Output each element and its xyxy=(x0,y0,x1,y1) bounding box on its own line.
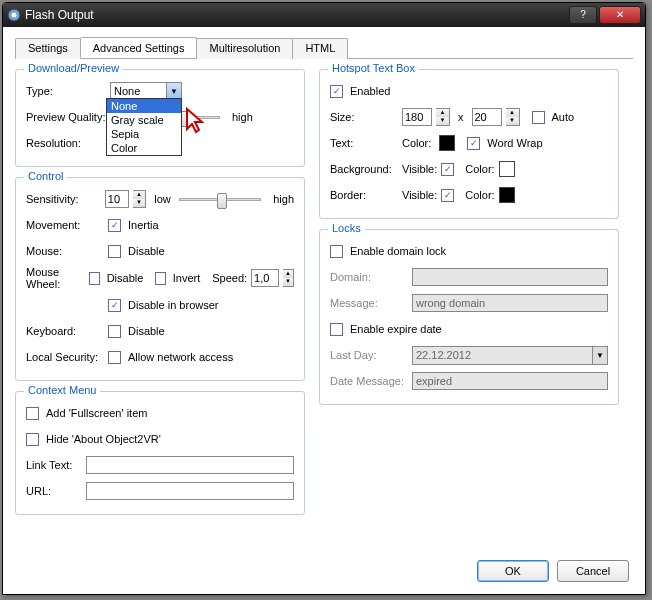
type-option-sepia[interactable]: Sepia xyxy=(107,127,181,141)
bg-visible-checkbox[interactable]: ✓ xyxy=(441,163,454,176)
wordwrap-label: Word Wrap xyxy=(487,137,542,149)
message-input xyxy=(412,294,608,312)
allow-network-checkbox[interactable] xyxy=(108,351,121,364)
type-option-color[interactable]: Color xyxy=(107,141,181,155)
group-locks: Locks Enable domain lock Domain: Message… xyxy=(319,229,619,405)
enable-domain-checkbox[interactable] xyxy=(330,245,343,258)
wheel-speed-label: Speed: xyxy=(212,272,247,284)
cancel-button[interactable]: Cancel xyxy=(557,560,629,582)
sensitivity-slider[interactable] xyxy=(179,191,261,207)
inertia-checkbox[interactable]: ✓ xyxy=(108,219,121,232)
dialog-body: Settings Advanced Settings Multiresoluti… xyxy=(3,27,645,594)
app-icon xyxy=(7,8,21,22)
message-label: Message: xyxy=(330,297,408,309)
fullscreen-checkbox[interactable] xyxy=(26,407,39,420)
last-day-value: 22.12.2012 xyxy=(413,349,592,361)
tab-advanced[interactable]: Advanced Settings xyxy=(80,37,198,58)
hotspot-border-label: Border: xyxy=(330,189,398,201)
chevron-down-icon: ▼ xyxy=(592,347,607,364)
keyboard-disable-label: Disable xyxy=(128,325,165,337)
mouse-disable-checkbox[interactable] xyxy=(108,245,121,258)
hotspot-border-color-label: Color: xyxy=(465,189,494,201)
link-text-label: Link Text: xyxy=(26,459,82,471)
hide-about-checkbox[interactable] xyxy=(26,433,39,446)
hotspot-width-spinner[interactable]: ▲▼ xyxy=(436,108,450,126)
sensitivity-input[interactable] xyxy=(105,190,129,208)
chevron-down-icon: ▼ xyxy=(166,83,181,100)
disable-in-browser-checkbox[interactable]: ✓ xyxy=(108,299,121,312)
hotspot-text-color-swatch[interactable] xyxy=(439,135,455,151)
movement-label: Movement: xyxy=(26,219,104,231)
dialog-footer: OK Cancel xyxy=(477,560,629,582)
high-label: high xyxy=(232,111,253,123)
url-input[interactable] xyxy=(86,482,294,500)
tab-settings[interactable]: Settings xyxy=(15,38,81,59)
flash-output-dialog: Flash Output ? ✕ Settings Advanced Setti… xyxy=(2,2,646,595)
hotspot-bg-color-swatch[interactable] xyxy=(499,161,515,177)
url-label: URL: xyxy=(26,485,82,497)
type-option-none[interactable]: None xyxy=(107,99,181,113)
type-value: None xyxy=(111,85,166,97)
group-title-locks: Locks xyxy=(328,222,365,234)
hotspot-enabled-label: Enabled xyxy=(350,85,390,97)
wheel-label: Mouse Wheel: xyxy=(26,266,85,290)
link-text-input[interactable] xyxy=(86,456,294,474)
tab-html[interactable]: HTML xyxy=(292,38,348,59)
window-title: Flash Output xyxy=(25,8,569,22)
hotspot-width-input[interactable] xyxy=(402,108,432,126)
keyboard-label: Keyboard: xyxy=(26,325,104,337)
domain-input xyxy=(412,268,608,286)
allow-network-label: Allow network access xyxy=(128,351,233,363)
high-label-sens: high xyxy=(273,193,294,205)
date-message-label: Date Message: xyxy=(330,375,408,387)
hotspot-text-label: Text: xyxy=(330,137,398,149)
enable-expire-label: Enable expire date xyxy=(350,323,442,335)
hotspot-height-spinner[interactable]: ▲▼ xyxy=(506,108,520,126)
border-visible-checkbox[interactable]: ✓ xyxy=(441,189,454,202)
type-dropdown-list[interactable]: None Gray scale Sepia Color xyxy=(106,98,182,156)
last-day-select: 22.12.2012 ▼ xyxy=(412,346,608,365)
resolution-label: Resolution: xyxy=(26,137,106,149)
wheel-speed-input[interactable] xyxy=(251,269,279,287)
group-context-menu: Context Menu Add 'Fullscreen' item Hide … xyxy=(15,391,305,515)
group-download-preview: Download/Preview Type: None ▼ Preview Qu… xyxy=(15,69,305,167)
preview-quality-label: Preview Quality: xyxy=(26,111,106,123)
sensitivity-label: Sensitivity: xyxy=(26,193,101,205)
group-title-download: Download/Preview xyxy=(24,62,123,74)
hotspot-bg-color-label: Color: xyxy=(465,163,494,175)
hotspot-enabled-checkbox[interactable]: ✓ xyxy=(330,85,343,98)
group-title-control: Control xyxy=(24,170,67,182)
sensitivity-spinner[interactable]: ▲▼ xyxy=(133,190,146,208)
wheel-invert-label: Invert xyxy=(173,272,201,284)
keyboard-disable-checkbox[interactable] xyxy=(108,325,121,338)
type-label: Type: xyxy=(26,85,106,97)
wheel-disable-label: Disable xyxy=(107,272,144,284)
group-hotspot: Hotspot Text Box ✓ Enabled Size: ▲▼ x ▲▼… xyxy=(319,69,619,219)
help-button[interactable]: ? xyxy=(569,6,597,24)
hotspot-text-color-label: Color: xyxy=(402,137,431,149)
inertia-label: Inertia xyxy=(128,219,159,231)
type-option-grayscale[interactable]: Gray scale xyxy=(107,113,181,127)
local-security-label: Local Security: xyxy=(26,351,104,363)
wheel-speed-spinner[interactable]: ▲▼ xyxy=(283,269,294,287)
hotspot-bg-visible-label: Visible: xyxy=(402,163,437,175)
group-control: Control Sensitivity: ▲▼ low high Movemen… xyxy=(15,177,305,381)
ok-button[interactable]: OK xyxy=(477,560,549,582)
hotspot-border-color-swatch[interactable] xyxy=(499,187,515,203)
wordwrap-checkbox[interactable]: ✓ xyxy=(467,137,480,150)
hotspot-auto-checkbox[interactable] xyxy=(532,111,545,124)
hotspot-border-visible-label: Visible: xyxy=(402,189,437,201)
disable-in-browser-label: Disable in browser xyxy=(128,299,218,311)
wheel-disable-checkbox[interactable] xyxy=(89,272,99,285)
hotspot-size-label: Size: xyxy=(330,111,398,123)
hide-about-label: Hide 'About Object2VR' xyxy=(46,433,161,445)
hotspot-height-input[interactable] xyxy=(472,108,502,126)
close-button[interactable]: ✕ xyxy=(599,6,641,24)
mouse-disable-label: Disable xyxy=(128,245,165,257)
svg-point-1 xyxy=(12,13,17,18)
low-label: low xyxy=(154,193,171,205)
tab-multiresolution[interactable]: Multiresolution xyxy=(196,38,293,59)
wheel-invert-checkbox[interactable] xyxy=(155,272,165,285)
enable-expire-checkbox[interactable] xyxy=(330,323,343,336)
window-buttons: ? ✕ xyxy=(569,6,641,24)
